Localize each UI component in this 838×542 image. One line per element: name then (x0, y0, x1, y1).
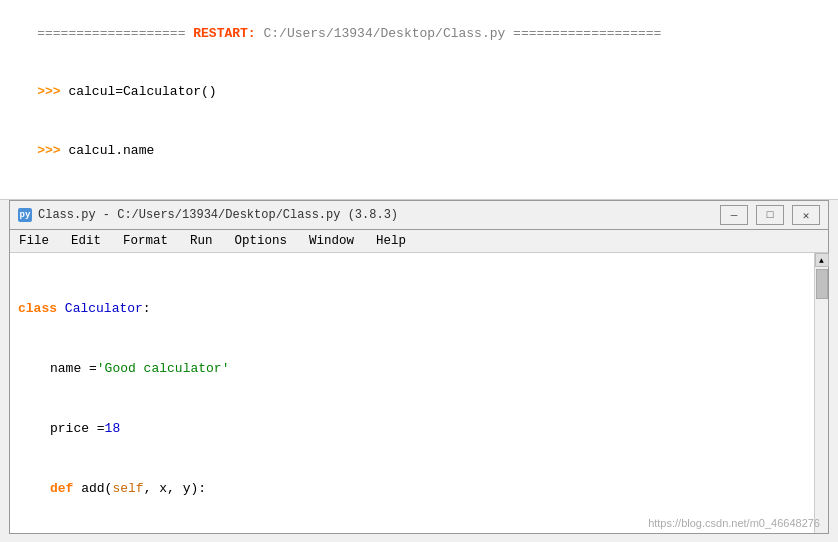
def-add-name: add( (81, 481, 112, 496)
prompt-2: >>> (37, 143, 68, 158)
code-line-4: def add(self, x, y): (18, 479, 806, 499)
code-line-1: class Calculator: (18, 299, 806, 319)
restart-equals-left: =================== (37, 26, 193, 41)
price-attr: price = (50, 421, 105, 436)
name-val: 'Good calculator' (97, 361, 230, 376)
python-file-icon: py (18, 208, 32, 222)
scroll-thumb[interactable] (816, 269, 828, 299)
editor-menubar: File Edit Format Run Options Window Help (10, 230, 828, 253)
prompt-1: >>> (37, 84, 68, 99)
editor-content-wrapper: class Calculator: name ='Good calculator… (10, 253, 828, 533)
watermark: https://blog.csdn.net/m0_46648276 (648, 517, 820, 529)
restart-banner: =================== RESTART: C:/Users/13… (6, 4, 832, 63)
restart-path: C:/Users/13934/Desktop/Class.py ========… (256, 26, 662, 41)
menu-edit[interactable]: Edit (68, 233, 104, 249)
code-2: calcul.name (68, 143, 154, 158)
shell-line-2: >>> calcul.name (6, 121, 832, 180)
editor-title: Class.py - C:/Users/13934/Desktop/Class.… (38, 208, 398, 222)
code-1: calcul=Calculator() (68, 84, 216, 99)
shell-output-name: 'Good calculator' (6, 180, 832, 201)
restore-button[interactable]: □ (756, 205, 784, 225)
code-line-3: price =18 (18, 419, 806, 439)
menu-options[interactable]: Options (232, 233, 291, 249)
python-shell: =================== RESTART: C:/Users/13… (0, 0, 838, 200)
menu-help[interactable]: Help (373, 233, 409, 249)
titlebar-controls[interactable]: — □ ✕ (720, 205, 820, 225)
class-name: Calculator (65, 301, 143, 316)
colon-1: : (143, 301, 151, 316)
menu-file[interactable]: File (16, 233, 52, 249)
editor-code-area[interactable]: class Calculator: name ='Good calculator… (10, 253, 814, 533)
scroll-up-button[interactable]: ▲ (815, 253, 829, 267)
menu-format[interactable]: Format (120, 233, 171, 249)
kw-def-add: def (50, 481, 73, 496)
add-self: self (112, 481, 143, 496)
restart-keyword: RESTART: (193, 26, 255, 41)
menu-window[interactable]: Window (306, 233, 357, 249)
titlebar-left: py Class.py - C:/Users/13934/Desktop/Cla… (18, 208, 398, 222)
name-attr: name = (50, 361, 97, 376)
minimize-button[interactable]: — (720, 205, 748, 225)
kw-class: class (18, 301, 57, 316)
vertical-scrollbar[interactable]: ▲ (814, 253, 828, 533)
code-line-2: name ='Good calculator' (18, 359, 806, 379)
file-icon-label: py (20, 210, 31, 220)
menu-run[interactable]: Run (187, 233, 216, 249)
shell-line-1: >>> calcul=Calculator() (6, 63, 832, 122)
add-params: , x, y): (144, 481, 206, 496)
price-val: 18 (105, 421, 121, 436)
editor-titlebar: py Class.py - C:/Users/13934/Desktop/Cla… (10, 201, 828, 230)
close-button[interactable]: ✕ (792, 205, 820, 225)
editor-window: py Class.py - C:/Users/13934/Desktop/Cla… (9, 200, 829, 534)
